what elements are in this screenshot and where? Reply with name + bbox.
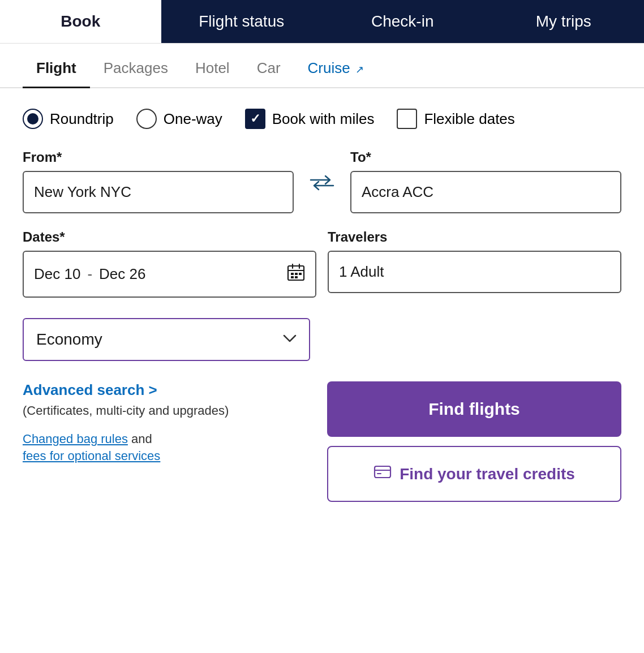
- bag-rules-and: and: [128, 432, 152, 446]
- date-separator: -: [87, 265, 92, 283]
- oneway-option[interactable]: One-way: [136, 109, 222, 129]
- flexible-dates-checkbox[interactable]: [397, 109, 417, 129]
- advanced-search-sublabel: (Certificates, multi-city and upgrades): [23, 403, 316, 418]
- dates-field-group: Dates* Dec 10 - Dec 26: [23, 229, 316, 298]
- tab-car[interactable]: Car: [243, 49, 294, 87]
- to-field-group: To*: [350, 149, 621, 213]
- dates-input[interactable]: Dec 10 - Dec 26: [23, 251, 316, 298]
- travelers-input[interactable]: [328, 251, 621, 293]
- tab-flight[interactable]: Flight: [23, 49, 90, 87]
- to-input[interactable]: [350, 171, 621, 213]
- svg-rect-4: [291, 273, 294, 275]
- travel-credits-button[interactable]: Find your travel credits: [327, 446, 621, 502]
- to-label: To*: [350, 149, 621, 165]
- bag-rules-link[interactable]: Changed bag rules: [23, 432, 128, 446]
- from-to-row: From* To*: [23, 149, 621, 213]
- booking-form: Roundtrip One-way Book with miles Flexib…: [0, 88, 644, 519]
- cabin-select[interactable]: Economy: [23, 318, 310, 361]
- return-date: Dec 26: [99, 265, 145, 283]
- nav-check-in[interactable]: Check-in: [322, 0, 483, 43]
- chevron-down-icon: [283, 332, 297, 347]
- swap-button[interactable]: [305, 174, 339, 191]
- svg-rect-6: [299, 273, 302, 275]
- cabin-value: Economy: [36, 330, 102, 349]
- from-field-group: From*: [23, 149, 294, 213]
- bottom-left: Advanced search > (Certificates, multi-c…: [23, 381, 316, 463]
- bottom-area: Advanced search > (Certificates, multi-c…: [23, 381, 621, 502]
- travelers-label: Travelers: [328, 229, 621, 245]
- advanced-search-link[interactable]: Advanced search >: [23, 381, 316, 399]
- tab-packages[interactable]: Packages: [90, 49, 182, 87]
- calendar-icon[interactable]: [287, 263, 305, 285]
- flexible-dates-option[interactable]: Flexible dates: [397, 109, 514, 129]
- top-nav: Book Flight status Check-in My trips: [0, 0, 644, 44]
- flexible-dates-label: Flexible dates: [424, 110, 514, 128]
- book-with-miles-checkbox[interactable]: [245, 109, 265, 129]
- dates-travelers-row: Dates* Dec 10 - Dec 26: [23, 229, 621, 298]
- from-input[interactable]: [23, 171, 294, 213]
- tab-hotel[interactable]: Hotel: [182, 49, 243, 87]
- tab-cruise[interactable]: Cruise ↗: [294, 49, 377, 87]
- svg-rect-8: [295, 276, 298, 278]
- oneway-label: One-way: [164, 110, 222, 128]
- dates-label: Dates*: [23, 229, 316, 245]
- cabin-row: Economy: [23, 318, 621, 361]
- svg-rect-9: [375, 466, 390, 478]
- trip-type-row: Roundtrip One-way Book with miles Flexib…: [23, 109, 621, 129]
- nav-my-trips[interactable]: My trips: [483, 0, 645, 43]
- nav-book[interactable]: Book: [0, 0, 161, 43]
- nav-flight-status[interactable]: Flight status: [161, 0, 323, 43]
- bottom-right: Find flights Find your travel credits: [327, 381, 621, 502]
- sub-nav: Flight Packages Hotel Car Cruise ↗: [0, 49, 644, 88]
- from-label: From*: [23, 149, 294, 165]
- roundtrip-radio[interactable]: [23, 109, 43, 129]
- find-flights-button[interactable]: Find flights: [327, 381, 621, 437]
- roundtrip-label: Roundtrip: [50, 110, 114, 128]
- travel-credits-label: Find your travel credits: [400, 465, 575, 483]
- external-link-icon: ↗: [353, 64, 364, 75]
- book-with-miles-option[interactable]: Book with miles: [245, 109, 375, 129]
- credits-icon: [373, 463, 392, 485]
- roundtrip-option[interactable]: Roundtrip: [23, 109, 114, 129]
- svg-rect-7: [291, 276, 294, 278]
- book-with-miles-label: Book with miles: [272, 110, 375, 128]
- oneway-radio[interactable]: [136, 109, 157, 129]
- svg-rect-5: [295, 273, 298, 275]
- travelers-field-group: Travelers: [328, 229, 621, 293]
- departure-date: Dec 10: [34, 265, 80, 283]
- bag-rules-row: Changed bag rules and fees for optional …: [23, 432, 316, 463]
- fees-link[interactable]: fees for optional services: [23, 449, 316, 463]
